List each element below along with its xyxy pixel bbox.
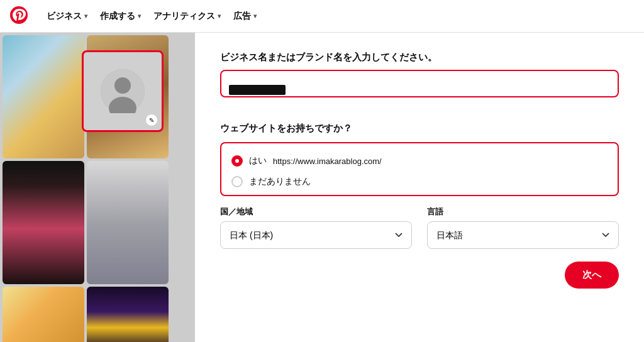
avatar [101, 69, 145, 113]
website-section: ウェブサイトをお持ちですか？ はい まだありません [220, 123, 619, 196]
next-button[interactable]: 次へ [565, 262, 619, 289]
nav-business[interactable]: ビジネス ▾ [43, 8, 91, 25]
chevron-down-icon: ▾ [253, 13, 257, 19]
country-group: 国／地域 日本 (日本) [220, 206, 412, 249]
chevron-down-icon: ▾ [218, 13, 221, 19]
locale-dropdowns: 国／地域 日本 (日本) 言語 日本語 [220, 206, 619, 249]
collage-image-food [3, 35, 84, 158]
svg-point-2 [114, 77, 131, 94]
collage-image-man [87, 161, 169, 284]
language-label: 言語 [427, 206, 619, 218]
collage-image-lights [87, 287, 169, 342]
radio-no-label: まだありません [249, 176, 311, 187]
radio-option-yes[interactable]: はい [231, 151, 608, 171]
form-panel: ビジネス名またはブランド名を入力してください。 ウェブサイトをお持ちですか？ は… [195, 33, 644, 342]
nav-create[interactable]: 作成する ▾ [96, 8, 145, 25]
chevron-down-icon: ▾ [138, 13, 141, 19]
nav-ads[interactable]: 広告 ▾ [230, 8, 260, 25]
website-label: ウェブサイトをお持ちですか？ [220, 123, 619, 135]
next-button-container: 次へ [220, 262, 619, 289]
business-name-label: ビジネス名またはブランド名を入力してください。 [220, 50, 619, 63]
website-options-container: はい まだありません [220, 142, 619, 196]
avatar-upload-area[interactable]: ✎ [82, 50, 164, 132]
country-label: 国／地域 [220, 206, 412, 218]
radio-option-no[interactable]: まだありません [231, 176, 608, 187]
redacted-text [229, 85, 286, 95]
country-select[interactable]: 日本 (日本) [220, 221, 412, 249]
collage-panel: ✎ [0, 33, 195, 342]
language-select[interactable]: 日本語 [427, 221, 619, 249]
header: ビジネス ▾ 作成する ▾ アナリティクス ▾ 広告 ▾ [0, 0, 644, 33]
header-nav: ビジネス ▾ 作成する ▾ アナリティクス ▾ 広告 ▾ [43, 8, 260, 25]
pinterest-logo [10, 6, 28, 26]
radio-no-button[interactable] [231, 176, 243, 187]
collage-image-woman [3, 161, 84, 284]
collage-image-toys [3, 287, 84, 342]
language-group: 言語 日本語 [427, 206, 619, 249]
radio-yes-button[interactable] [231, 155, 243, 167]
radio-yes-label: はい [249, 155, 267, 167]
business-name-section: ビジネス名またはブランド名を入力してください。 [220, 50, 619, 110]
nav-analytics[interactable]: アナリティクス ▾ [150, 8, 225, 25]
chevron-down-icon: ▾ [84, 13, 87, 19]
website-url-input[interactable] [273, 151, 608, 171]
main-content: ✎ ビジネス名またはブランド名を入力してください。 ウェブサイトをお持ちですか？… [0, 33, 644, 342]
avatar-edit-button[interactable]: ✎ [145, 114, 158, 126]
